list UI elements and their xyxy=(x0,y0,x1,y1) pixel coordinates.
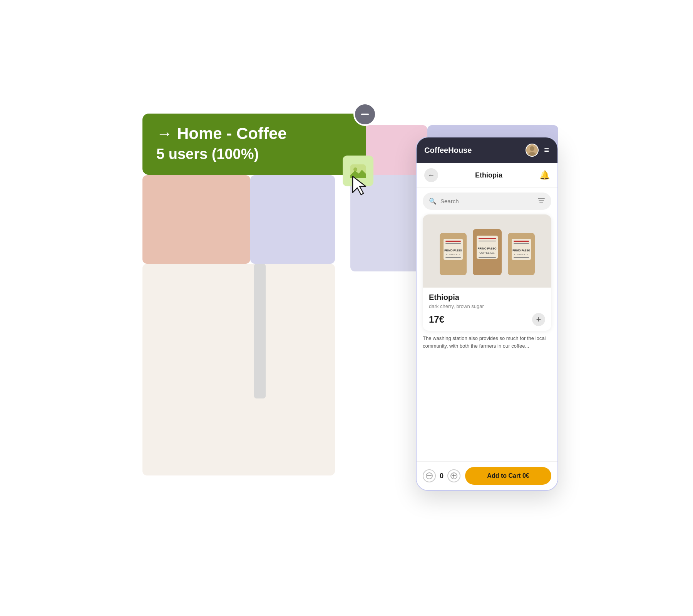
svg-rect-16 xyxy=(445,257,461,258)
bg-panel-salmon xyxy=(142,175,250,264)
search-container: 🔍 xyxy=(417,188,557,214)
product-description-short: dark cherry, brown sugar xyxy=(429,303,545,309)
annotation-arrow: → xyxy=(156,124,172,143)
increase-qty-button[interactable] xyxy=(447,469,460,482)
product-price-row: 17€ + xyxy=(429,313,545,326)
cursor-icon xyxy=(350,175,370,198)
product-name: Ethiopia xyxy=(429,293,545,302)
filter-icon[interactable] xyxy=(537,196,545,206)
product-price: 17€ xyxy=(429,314,444,325)
svg-rect-12 xyxy=(445,241,461,242)
svg-text:PRIMO PASSO: PRIMO PASSO xyxy=(512,249,530,252)
page-title: Ethiopia xyxy=(475,171,502,179)
svg-rect-23 xyxy=(479,257,496,258)
svg-rect-19 xyxy=(479,238,496,239)
annotation-title-text: Home - Coffee xyxy=(177,124,287,143)
svg-text:COFFEE CO.: COFFEE CO. xyxy=(479,251,495,254)
phone-header: CoffeeHouse ≡ xyxy=(417,137,557,163)
svg-point-5 xyxy=(530,146,534,151)
no-entry-icon xyxy=(353,103,377,126)
annotation-title: → Home - Coffee xyxy=(156,124,352,143)
header-icons: ≡ xyxy=(526,144,550,157)
phone-frame: CoffeeHouse ≡ ← Ethiopia 🔔 🔍 xyxy=(416,137,558,491)
quantity-control: 0 xyxy=(423,469,460,482)
app-logo: CoffeeHouse xyxy=(424,146,472,155)
svg-rect-1 xyxy=(361,114,369,115)
product-image: PRIMO PASSO COFFEE CO. PRIMO PASSO COFFE… xyxy=(423,214,551,288)
svg-text:PRIMO PASSO: PRIMO PASSO xyxy=(444,249,462,252)
svg-rect-20 xyxy=(479,241,496,241)
bell-icon[interactable]: 🔔 xyxy=(539,170,550,180)
search-bar[interactable]: 🔍 xyxy=(423,192,551,210)
add-to-cart-button[interactable]: Add to Cart 0€ xyxy=(465,467,551,485)
decrease-qty-button[interactable] xyxy=(423,469,436,482)
search-input[interactable] xyxy=(440,198,534,204)
product-card: PRIMO PASSO COFFEE CO. PRIMO PASSO COFFE… xyxy=(423,214,551,331)
svg-rect-30 xyxy=(514,257,529,258)
bg-panel-lavender3 xyxy=(250,175,335,264)
svg-rect-26 xyxy=(514,241,529,242)
coffee-bags-illustration: PRIMO PASSO COFFEE CO. PRIMO PASSO COFFE… xyxy=(434,223,541,279)
product-info: Ethiopia dark cherry, brown sugar 17€ + xyxy=(423,288,551,331)
search-icon: 🔍 xyxy=(429,198,437,205)
cart-bar: 0 Add to Cart 0€ xyxy=(417,461,557,490)
add-to-product-button[interactable]: + xyxy=(532,313,545,326)
user-avatar[interactable] xyxy=(526,144,539,157)
quantity-value: 0 xyxy=(440,472,444,480)
annotation-box: → Home - Coffee 5 users (100%) xyxy=(142,114,366,175)
page-sub-header: ← Ethiopia 🔔 xyxy=(417,163,557,188)
svg-text:PRIMO PASSO: PRIMO PASSO xyxy=(477,247,496,250)
bg-panel-light xyxy=(142,264,335,475)
svg-rect-13 xyxy=(445,243,461,244)
svg-text:COFFEE CO.: COFFEE CO. xyxy=(446,253,460,256)
svg-text:COFFEE CO.: COFFEE CO. xyxy=(514,253,528,256)
svg-rect-27 xyxy=(514,243,529,244)
hamburger-icon[interactable]: ≡ xyxy=(544,145,550,155)
product-description-long: The washing station also provides so muc… xyxy=(417,331,557,350)
annotation-subtitle: 5 users (100%) xyxy=(156,146,352,162)
back-button[interactable]: ← xyxy=(424,168,438,182)
svg-point-3 xyxy=(353,167,357,171)
bg-panel-grey-bar xyxy=(254,264,266,398)
